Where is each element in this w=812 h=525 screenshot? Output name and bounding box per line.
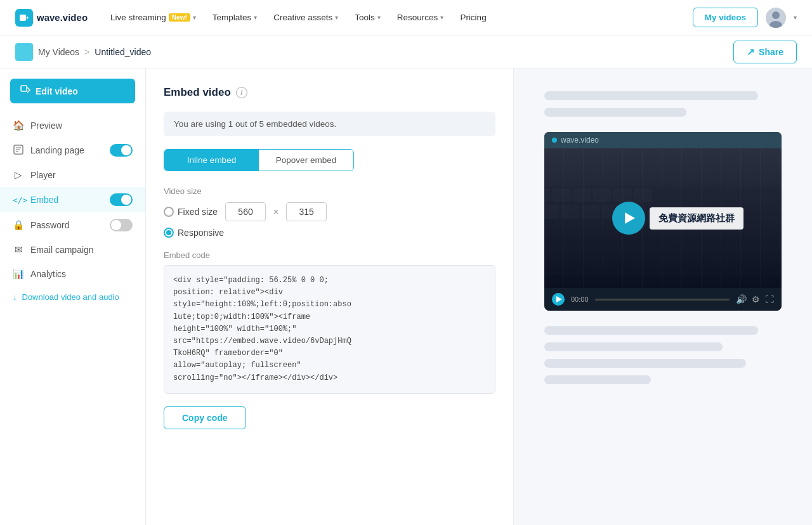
sidebar: Edit video 🏠 Preview Landing page ▷ Pla	[0, 68, 146, 525]
chevron-down-icon[interactable]: ▾	[794, 14, 797, 21]
sidebar-item-player[interactable]: ▷ Player	[0, 163, 145, 187]
svg-rect-13	[573, 189, 591, 202]
nav-label-pricing: Pricing	[460, 13, 486, 22]
download-link[interactable]: ↓ Download video and audio	[0, 286, 145, 308]
sidebar-item-preview[interactable]: 🏠 Preview	[0, 113, 145, 138]
analytics-icon: 📊	[13, 268, 24, 280]
embed-icon: </>	[13, 195, 24, 205]
breadcrumb-my-videos[interactable]: My Videos	[38, 47, 79, 57]
sidebar-item-landing-page[interactable]: Landing page	[0, 138, 145, 163]
svg-rect-17	[544, 205, 559, 218]
my-videos-button[interactable]: My videos	[693, 8, 758, 27]
email-icon: ✉	[13, 244, 24, 256]
nav-item-templates[interactable]: Templates ▾	[205, 8, 265, 27]
svg-rect-12	[553, 189, 570, 202]
embed-code-text: <div style="padding: 56.25% 0 0 0;positi…	[173, 276, 351, 382]
nav-label-templates: Templates	[213, 13, 252, 22]
video-frame[interactable]: 免費資源網路社群	[544, 148, 782, 288]
fixed-size-option[interactable]: Fixed size	[164, 207, 218, 217]
ctrl-icons: 🔊 ⚙ ⛶	[736, 294, 774, 304]
responsive-row: Responsive	[164, 228, 495, 238]
avatar[interactable]	[766, 8, 786, 28]
size-fixed-row: Fixed size ×	[164, 202, 495, 221]
fullscreen-icon[interactable]: ⛶	[765, 294, 774, 304]
sidebar-item-analytics-left: 📊 Analytics	[13, 268, 66, 280]
content-area: Embed video i You are using 1 out of 5 e…	[146, 68, 812, 525]
video-progress-bar[interactable]	[595, 299, 730, 301]
copy-code-button[interactable]: Copy code	[164, 406, 246, 429]
toggle-knob	[121, 145, 131, 155]
download-icon: ↓	[13, 292, 17, 302]
nav-right: My videos ▾	[693, 8, 797, 28]
volume-icon[interactable]: 🔊	[736, 294, 747, 304]
info-icon[interactable]: i	[236, 87, 247, 98]
sidebar-item-password[interactable]: 🔒 Password	[0, 212, 145, 238]
embed-code-label: Embed code	[164, 250, 495, 260]
svg-rect-16	[634, 189, 652, 202]
sidebar-item-email-campaign[interactable]: ✉ Email campaign	[0, 238, 145, 262]
logo-text: wave.video	[37, 12, 88, 23]
toggle-knob	[121, 195, 131, 205]
svg-rect-15	[613, 189, 631, 202]
lock-icon: 🔒	[13, 219, 24, 231]
skeleton-line-2	[544, 108, 686, 117]
sidebar-item-embed-left: </> Embed	[13, 195, 58, 205]
nav-label-creative-assets: Creative assets	[273, 13, 332, 22]
responsive-option[interactable]: Responsive	[164, 228, 495, 238]
skeleton-line-3	[544, 326, 758, 335]
sidebar-item-password-left: 🔒 Password	[13, 219, 69, 231]
tab-inline-embed[interactable]: Inline embed	[164, 150, 259, 171]
fixed-size-label: Fixed size	[178, 207, 218, 217]
sidebar-label-analytics: Analytics	[30, 269, 66, 279]
nav-item-tools[interactable]: Tools ▾	[347, 8, 388, 27]
nav-item-creative-assets[interactable]: Creative assets ▾	[266, 8, 346, 27]
panel-title: Embed video i	[164, 86, 495, 99]
nav-items: Live streaming New! ▾ Templates ▾ Creati…	[103, 8, 693, 27]
ctrl-play-button[interactable]	[552, 293, 565, 306]
sidebar-item-landing-left: Landing page	[13, 145, 84, 157]
edit-video-button[interactable]: Edit video	[10, 79, 135, 103]
landing-page-toggle[interactable]	[110, 144, 133, 157]
password-toggle[interactable]	[110, 219, 133, 231]
nav-item-pricing[interactable]: Pricing	[452, 8, 494, 27]
landing-page-icon	[13, 145, 24, 157]
svg-marker-1	[27, 16, 29, 20]
chevron-down-icon: ▾	[193, 14, 196, 21]
video-timestamp: 00:00	[571, 295, 589, 303]
preview-panel: wave.video	[514, 68, 812, 525]
sidebar-label-email-campaign: Email campaign	[30, 245, 94, 255]
video-overlay-text: 免費資源網路社群	[650, 207, 743, 230]
ctrl-play-icon	[556, 296, 562, 302]
width-input[interactable]	[225, 202, 266, 221]
embed-toggle[interactable]	[110, 193, 133, 206]
main-layout: Edit video 🏠 Preview Landing page ▷ Pla	[0, 68, 812, 525]
radio-dot	[166, 230, 171, 235]
svg-rect-14	[593, 189, 611, 202]
nav-item-resources[interactable]: Resources ▾	[390, 8, 452, 27]
nav-label-tools: Tools	[355, 13, 375, 22]
responsive-radio[interactable]	[164, 228, 174, 238]
download-label: Download video and audio	[22, 292, 119, 302]
chevron-down-icon: ▾	[254, 14, 257, 21]
svg-rect-0	[20, 15, 26, 21]
embed-code-block: <div style="padding: 56.25% 0 0 0;positi…	[164, 265, 495, 394]
sidebar-item-embed[interactable]: </> Embed	[0, 187, 145, 212]
breadcrumb-separator: >	[84, 47, 89, 57]
svg-rect-11	[544, 189, 550, 202]
fixed-size-radio[interactable]	[164, 207, 174, 217]
edit-video-label: Edit video	[36, 86, 78, 96]
sidebar-item-analytics[interactable]: 📊 Analytics	[0, 262, 145, 286]
chevron-down-icon: ▾	[335, 14, 338, 21]
sidebar-item-preview-left: 🏠 Preview	[13, 120, 62, 131]
embed-panel: Embed video i You are using 1 out of 5 e…	[146, 68, 514, 525]
logo[interactable]: wave.video	[15, 9, 88, 27]
play-button-overlay[interactable]	[612, 202, 645, 235]
settings-icon[interactable]: ⚙	[752, 294, 760, 304]
video-preview: wave.video	[544, 132, 782, 311]
height-input[interactable]	[286, 202, 327, 221]
embed-video-title: Embed video	[164, 86, 231, 99]
tab-popover-embed[interactable]: Popover embed	[259, 150, 353, 171]
navbar: wave.video Live streaming New! ▾ Templat…	[0, 0, 812, 36]
nav-item-live-streaming[interactable]: Live streaming New! ▾	[103, 8, 204, 27]
share-button[interactable]: ↗ Share	[733, 41, 797, 63]
